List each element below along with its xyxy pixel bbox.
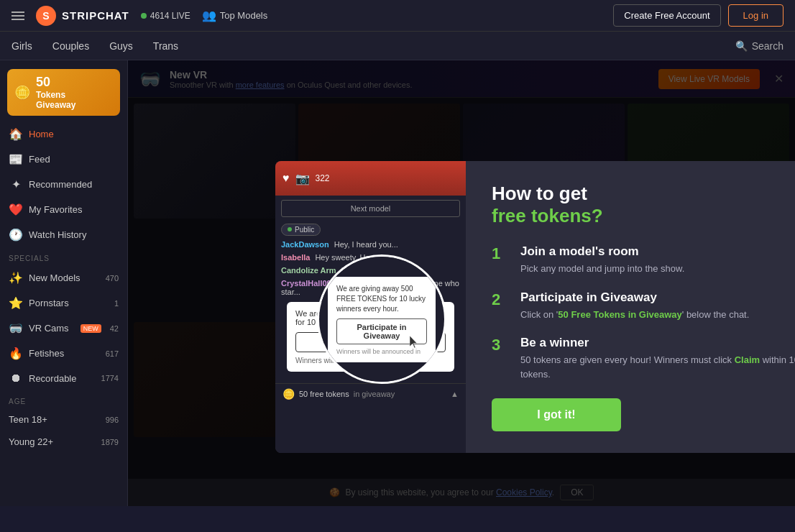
modal-title-line1: How to get	[492, 183, 587, 204]
sidebar-item-favorites[interactable]: ❤️ My Favorites	[0, 197, 127, 222]
sidebar-item-newmodels[interactable]: ✨ New Models 470	[0, 265, 127, 290]
cat-guys[interactable]: Guys	[109, 40, 133, 52]
cat-trans[interactable]: Trans	[153, 40, 178, 52]
sidebar-pornstars-label: Pornstars	[29, 298, 109, 308]
sidebar-home-label: Home	[29, 129, 119, 139]
tokens-giveaway-button[interactable]: 🪙 50 TokensGiveaway	[7, 69, 120, 116]
search-icon: 🔍	[735, 40, 748, 52]
live-count: 4614 LIVE	[150, 11, 190, 21]
home-icon: 🏠	[9, 127, 23, 141]
sidebar-item-history[interactable]: 🕐 Watch History	[0, 222, 127, 247]
recordable-icon: ⏺	[9, 372, 23, 385]
modal-title: How to get free tokens?	[492, 183, 795, 227]
chat-username-1: JackDawson	[281, 240, 329, 249]
chat-preview-header: ♥ 📷 322	[275, 161, 466, 196]
giveaway-text: TokensGiveaway	[36, 90, 75, 110]
newmodels-icon: ✨	[9, 271, 23, 285]
public-label: Public	[295, 226, 314, 234]
history-icon: 🕐	[9, 228, 23, 242]
sidebar-history-label: Watch History	[29, 229, 119, 240]
logo-text: STRIPCHAT	[62, 9, 129, 22]
sidebar-favorites-label: My Favorites	[29, 204, 119, 215]
specials-section-label: SPECIALS	[0, 247, 127, 265]
top-nav: S STRIPCHAT 4614 LIVE 👥 Top Models Creat…	[0, 0, 795, 32]
sidebar-recommended-label: Recommended	[29, 179, 119, 190]
sidebar-item-home[interactable]: 🏠 Home	[0, 121, 127, 147]
step-3: 3 Be a winner 50 tokens are given every …	[492, 336, 795, 381]
step-2: 2 Participate in Giveaway Click on '50 F…	[492, 290, 795, 322]
step-1-desc: Pick any model and jump into the show.	[520, 262, 684, 276]
step-3-number: 3	[492, 336, 509, 354]
step-1-content: Join a model's room Pick any model and j…	[520, 244, 684, 276]
step-3-content: Be a winner 50 tokens are given every ho…	[520, 336, 795, 381]
login-button[interactable]: Log in	[728, 4, 783, 27]
chat-username-2: Isabella	[281, 253, 310, 262]
giveaway-icon: 🪙	[14, 85, 30, 101]
step-1: 1 Join a model's room Pick any model and…	[492, 244, 795, 276]
nav-right: Create Free Account Log in	[613, 4, 783, 27]
sidebar-item-feed[interactable]: 📰 Feed	[0, 147, 127, 172]
newmodels-count: 470	[106, 274, 119, 283]
giveaway-modal: ♥ 📷 322 Next model Public JackDawson Hey…	[275, 161, 795, 453]
sidebar-item-teen[interactable]: Teen 18+ 996	[0, 408, 127, 431]
favorites-icon: ❤️	[9, 203, 23, 216]
step-3-claim: Claim	[735, 354, 760, 365]
tokens-amount: 50 free tokens	[299, 390, 349, 398]
sidebar: 🪙 50 TokensGiveaway 🏠 Home 📰 Feed ✦ Reco…	[0, 60, 128, 506]
sidebar-item-pornstars[interactable]: ⭐ Pornstars 1	[0, 290, 127, 316]
recordable-count: 1774	[101, 374, 119, 382]
sidebar-recordable-label: Recordable	[29, 373, 96, 384]
mag-giveaway-text: We are giving away 500 FREE TOKENS for 1…	[336, 284, 427, 314]
age-section-label: AGE	[0, 390, 127, 408]
main-content: 🥽 New VR Smoother VR with more features …	[128, 60, 795, 506]
create-account-button[interactable]: Create Free Account	[613, 4, 720, 27]
giveaway-token-count: 50	[36, 75, 75, 90]
public-badge: Public	[281, 224, 321, 236]
modal-title-line2: free tokens?	[492, 205, 603, 226]
logo-icon: S	[36, 6, 56, 26]
token-icon: 🪙	[282, 388, 295, 400]
sidebar-item-vrcams[interactable]: 🥽 VR Cams NEW 42	[0, 316, 127, 341]
sidebar-vrcams-label: VR Cams	[29, 323, 75, 334]
cam-icon: 📷	[295, 172, 310, 185]
pornstars-count: 1	[114, 299, 119, 308]
sidebar-item-young[interactable]: Young 22+ 1879	[0, 431, 127, 453]
category-nav: Girls Couples Guys Trans 🔍 Search	[0, 32, 795, 60]
step-1-title: Join a model's room	[520, 244, 684, 259]
sidebar-fetishes-label: Fetishes	[29, 348, 100, 359]
tokens-bar: 🪙 50 free tokens in giveaway ▲	[275, 383, 466, 404]
step-2-desc: Click on '50 Free Tokens in Giveaway' be…	[520, 308, 749, 322]
cat-girls[interactable]: Girls	[12, 40, 32, 52]
top-models-link[interactable]: 👥 Top Models	[202, 9, 267, 22]
tokens-bar-toggle[interactable]: ▲	[451, 390, 459, 398]
vr-new-badge: NEW	[81, 324, 101, 333]
next-model-button[interactable]: Next model	[281, 200, 460, 217]
sidebar-newmodels-label: New Models	[29, 272, 100, 283]
chat-text-1: Hey, I heard you...	[334, 240, 398, 249]
sidebar-item-recordable[interactable]: ⏺ Recordable 1774	[0, 366, 127, 390]
content-area: 🪙 50 TokensGiveaway 🏠 Home 📰 Feed ✦ Reco…	[0, 60, 795, 506]
sidebar-item-recommended[interactable]: ✦ Recommended	[0, 172, 127, 197]
sidebar-item-fetishes[interactable]: 🔥 Fetishes 617	[0, 341, 127, 366]
top-models-label: Top Models	[220, 10, 267, 21]
sidebar-young-label: Young 22+	[9, 436, 96, 447]
vrcams-count: 42	[110, 324, 119, 333]
cat-couples[interactable]: Couples	[52, 40, 89, 52]
cursor-icon	[410, 336, 420, 350]
young-count: 1879	[101, 438, 119, 446]
got-it-button[interactable]: I got it!	[492, 398, 621, 431]
teen-count: 996	[106, 416, 119, 424]
step-2-highlight: 50 Free Tokens in Giveaway	[558, 309, 681, 320]
logo: S STRIPCHAT	[36, 6, 129, 26]
heart-icon: ♥	[282, 172, 290, 185]
step-2-content: Participate in Giveaway Click on '50 Fre…	[520, 290, 749, 322]
chat-username-4: CrystalHall09	[281, 279, 331, 288]
fetishes-icon: 🔥	[9, 347, 23, 360]
live-badge: 4614 LIVE	[141, 11, 190, 21]
hamburger-menu[interactable]	[12, 12, 24, 20]
top-models-icon: 👥	[202, 9, 216, 22]
search-area[interactable]: 🔍 Search	[735, 40, 783, 52]
mag-giveaway-popup: We are giving away 500 FREE TOKENS for 1…	[328, 277, 436, 362]
search-label: Search	[752, 40, 783, 52]
recommended-icon: ✦	[9, 178, 23, 191]
